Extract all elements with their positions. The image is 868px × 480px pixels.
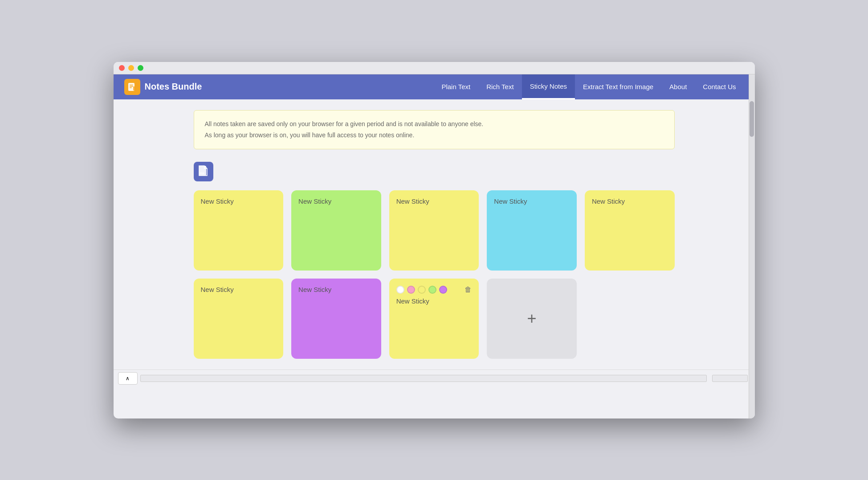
sticky-card-2[interactable]: New Sticky — [291, 190, 381, 271]
sticky-card-8[interactable]: 🗑 New Sticky — [389, 279, 479, 359]
sticky-text-6: New Sticky — [201, 286, 277, 293]
color-dot-green[interactable] — [428, 286, 436, 294]
bottom-scrollbar-right[interactable] — [712, 375, 748, 382]
color-dot-purple[interactable] — [439, 286, 447, 294]
svg-text:PDF: PDF — [200, 172, 204, 175]
nav-contact[interactable]: Contact Us — [695, 74, 744, 99]
svg-rect-3 — [130, 87, 132, 88]
close-button[interactable] — [119, 65, 125, 71]
color-dot-yellow[interactable] — [418, 286, 426, 294]
app-window: Notes Bundle Plain Text Rich Text Sticky… — [114, 62, 755, 418]
main-content: All notes taken are saved only on your b… — [114, 99, 755, 369]
color-picker-row: 🗑 — [396, 286, 472, 294]
nav-extract-text[interactable]: Extract Text from Image — [575, 74, 661, 99]
chevron-up-icon: ∧ — [126, 375, 130, 382]
sticky-text-2: New Sticky — [298, 197, 374, 205]
sticky-text-7: New Sticky — [298, 286, 374, 293]
scroll-up-button[interactable]: ∧ — [118, 372, 138, 385]
color-dot-white[interactable] — [396, 286, 404, 294]
navbar: Notes Bundle Plain Text Rich Text Sticky… — [114, 74, 755, 99]
bottom-bar: ∧ — [114, 369, 755, 387]
nav-plain-text[interactable]: Plain Text — [433, 74, 478, 99]
sticky-text-3: New Sticky — [396, 197, 472, 205]
logo-icon — [124, 79, 140, 95]
title-bar — [114, 62, 755, 74]
logo-text: Notes Bundle — [145, 82, 202, 92]
sticky-card-4[interactable]: New Sticky — [487, 190, 577, 271]
sticky-text-8: New Sticky — [396, 297, 472, 305]
nav-rich-text[interactable]: Rich Text — [478, 74, 522, 99]
delete-sticky-icon[interactable]: 🗑 — [465, 286, 472, 294]
sticky-card-5[interactable]: New Sticky — [585, 190, 675, 271]
add-sticky-icon: + — [527, 309, 537, 328]
pdf-export-button[interactable]: PDF — [194, 162, 213, 181]
svg-rect-1 — [130, 85, 133, 86]
svg-rect-4 — [133, 86, 136, 90]
sticky-text-4: New Sticky — [494, 197, 570, 205]
sticky-text-5: New Sticky — [592, 197, 668, 205]
scrollbar[interactable] — [749, 74, 755, 418]
bottom-scrollbar[interactable] — [140, 375, 707, 382]
svg-rect-2 — [130, 86, 133, 87]
nav-links: Plain Text Rich Text Sticky Notes Extrac… — [433, 74, 744, 99]
scrollbar-thumb[interactable] — [750, 101, 754, 137]
info-line-1: All notes taken are saved only on your b… — [205, 119, 664, 130]
info-banner: All notes taken are saved only on your b… — [194, 110, 675, 149]
sticky-text-1: New Sticky — [201, 197, 277, 205]
nav-about[interactable]: About — [661, 74, 695, 99]
nav-sticky-notes[interactable]: Sticky Notes — [522, 74, 575, 99]
sticky-grid: New Sticky New Sticky New Sticky New Sti… — [194, 190, 675, 359]
sticky-card-6[interactable]: New Sticky — [194, 279, 284, 359]
sticky-card-3[interactable]: New Sticky — [389, 190, 479, 271]
info-line-2: As long as your browser is on, you will … — [205, 130, 664, 141]
logo-area: Notes Bundle — [124, 79, 202, 95]
sticky-card-1[interactable]: New Sticky — [194, 190, 284, 271]
minimize-button[interactable] — [128, 65, 134, 71]
sticky-card-7[interactable]: New Sticky — [291, 279, 381, 359]
maximize-button[interactable] — [138, 65, 143, 71]
add-sticky-button[interactable]: + — [487, 279, 577, 359]
color-dot-pink[interactable] — [407, 286, 415, 294]
